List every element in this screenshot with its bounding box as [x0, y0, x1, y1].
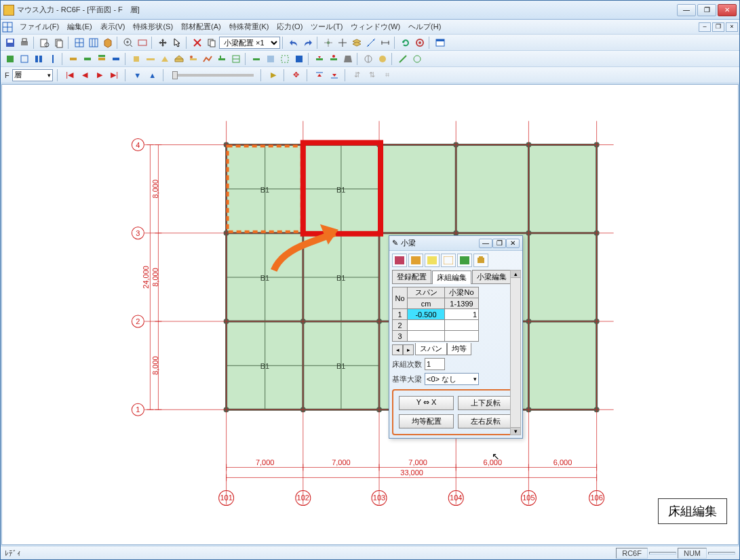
tb2-17-icon[interactable] [250, 52, 263, 66]
placement-mode-combo[interactable]: 小梁配置 ×1 [219, 37, 280, 49]
copy-icon[interactable] [52, 36, 66, 49]
tb2-5-icon[interactable] [66, 52, 80, 66]
cell-span-2[interactable] [408, 320, 445, 331]
tab-kobari-edit[interactable]: 小梁編集 [472, 270, 511, 283]
misc-3-icon[interactable]: ⌗ [381, 69, 393, 81]
menu-view[interactable]: 表示(V) [96, 20, 130, 33]
grid-view-icon[interactable] [73, 36, 86, 49]
next-icon[interactable]: ▶ [94, 69, 106, 81]
menu-window[interactable]: ウィンドウ(W) [347, 20, 404, 33]
panel-scrollbar[interactable] [510, 270, 521, 435]
tb2-24-icon[interactable] [362, 52, 375, 66]
pointer-icon[interactable] [170, 36, 184, 49]
down-icon[interactable]: ▼ [132, 69, 144, 81]
panel-close-button[interactable]: ✕ [506, 239, 520, 248]
first-icon[interactable]: |◀ [64, 69, 76, 81]
misc-1-icon[interactable]: ⇵ [351, 69, 364, 81]
panel-maximize-button[interactable]: ❐ [492, 239, 506, 248]
tb2-10-icon[interactable] [144, 52, 157, 66]
tb2-16-icon[interactable] [229, 52, 243, 66]
base-beam-combo[interactable]: <0> なし [425, 373, 479, 385]
subtab-span[interactable]: スパン [415, 343, 447, 355]
align-bottom-icon[interactable] [328, 69, 340, 81]
equal-placement-button[interactable]: 均等配置 [399, 414, 454, 428]
up-icon[interactable]: ▲ [147, 69, 159, 81]
tb2-1-icon[interactable] [3, 52, 17, 66]
swap-yx-button[interactable]: Y ⇔ X [399, 396, 454, 410]
last-icon[interactable]: ▶| [109, 69, 121, 81]
zoom-extent-icon[interactable] [136, 36, 149, 49]
grid-icon[interactable] [2, 22, 13, 33]
tb2-14-icon[interactable] [201, 52, 214, 66]
delete-icon[interactable] [191, 36, 204, 49]
cell-beam-1[interactable]: 1 [445, 309, 479, 320]
tb2-19-icon[interactable] [278, 52, 292, 66]
tb2-23-icon[interactable] [341, 52, 355, 66]
tb2-4-icon[interactable] [46, 52, 60, 66]
tb2-20-icon[interactable] [292, 52, 306, 66]
prev-icon[interactable]: ◀ [79, 69, 91, 81]
linear-dim-icon[interactable] [378, 36, 392, 49]
close-button[interactable]: ✕ [718, 4, 737, 16]
menu-tool[interactable]: ツール(T) [307, 20, 347, 33]
span-table[interactable]: Noスパン小梁No cm1-1399 1-0.5001 2 3 [392, 287, 479, 342]
subtab-equal[interactable]: 均等 [447, 343, 471, 355]
menu-stress[interactable]: 応力(O) [273, 20, 307, 33]
tb2-13-icon[interactable] [187, 52, 200, 66]
menu-file[interactable]: ファイル(F) [16, 20, 63, 33]
tb2-21-icon[interactable] [313, 52, 326, 66]
gear-icon[interactable] [413, 36, 427, 49]
panel-icon-2[interactable] [408, 254, 423, 267]
panel-icon-5[interactable] [457, 254, 472, 267]
cell-span-3[interactable] [408, 331, 445, 342]
tb2-12-icon[interactable] [172, 52, 186, 66]
box-icon[interactable] [101, 36, 115, 49]
tb2-22-icon[interactable] [327, 52, 340, 66]
panel-title-bar[interactable]: ✎ 小梁 — ❐ ✕ [389, 236, 522, 251]
tb2-26-icon[interactable] [396, 52, 410, 66]
save-icon[interactable] [3, 36, 17, 49]
tb2-7-icon[interactable] [95, 52, 109, 66]
tb2-2-icon[interactable] [18, 52, 31, 66]
layers-icon[interactable] [350, 36, 364, 49]
pan-icon[interactable] [156, 36, 170, 49]
mdi-restore-button[interactable]: ❐ [712, 22, 724, 32]
print-icon[interactable] [18, 36, 31, 49]
tb2-6-icon[interactable] [81, 52, 94, 66]
vframe-icon[interactable] [87, 36, 100, 49]
menu-special-shape[interactable]: 特殊形状(S) [129, 20, 177, 33]
tb2-15-icon[interactable] [215, 52, 229, 66]
tb2-3-icon[interactable] [32, 52, 45, 66]
tab-floor-group-edit[interactable]: 床組編集 [432, 271, 471, 284]
minimize-button[interactable]: — [677, 4, 696, 16]
flip-horizontal-button[interactable]: 左右反転 [458, 414, 513, 428]
refresh-icon[interactable] [399, 36, 412, 49]
floor-combo[interactable]: 層 [12, 69, 53, 81]
table-scroll-right[interactable]: ▸ [403, 344, 414, 355]
tb2-18-icon[interactable] [264, 52, 277, 66]
cell-beam-3[interactable] [445, 331, 479, 342]
drawing-canvas[interactable]: B1B1 B1B1 B1B1 4 3 2 1 [1, 84, 739, 545]
move-icon[interactable]: ✥ [290, 69, 303, 81]
tb2-9-icon[interactable] [130, 52, 143, 66]
menu-special-load[interactable]: 特殊荷重(K) [225, 20, 273, 33]
redo-icon[interactable] [301, 36, 315, 49]
panel-icon-6[interactable] [473, 254, 488, 267]
menu-edit[interactable]: 編集(E) [63, 20, 96, 33]
window-icon[interactable] [433, 36, 447, 49]
mdi-minimize-button[interactable]: – [699, 22, 711, 32]
copy2-icon[interactable] [205, 36, 218, 49]
zoom-slider[interactable] [172, 74, 254, 77]
cell-span-1[interactable]: -0.500 [408, 309, 445, 320]
floor-count-input[interactable] [425, 358, 445, 370]
tb2-27-icon[interactable] [410, 52, 424, 66]
menu-member-placement[interactable]: 部材配置(A) [177, 20, 225, 33]
tb2-8-icon[interactable] [109, 52, 123, 66]
panel-icon-3[interactable] [425, 254, 440, 267]
tb2-11-icon[interactable] [158, 52, 172, 66]
crosshair-icon[interactable] [336, 36, 349, 49]
measure-icon[interactable] [364, 36, 378, 49]
undo-icon[interactable] [287, 36, 300, 49]
snap-icon[interactable] [322, 36, 335, 49]
play-icon[interactable]: ▶ [267, 69, 279, 81]
